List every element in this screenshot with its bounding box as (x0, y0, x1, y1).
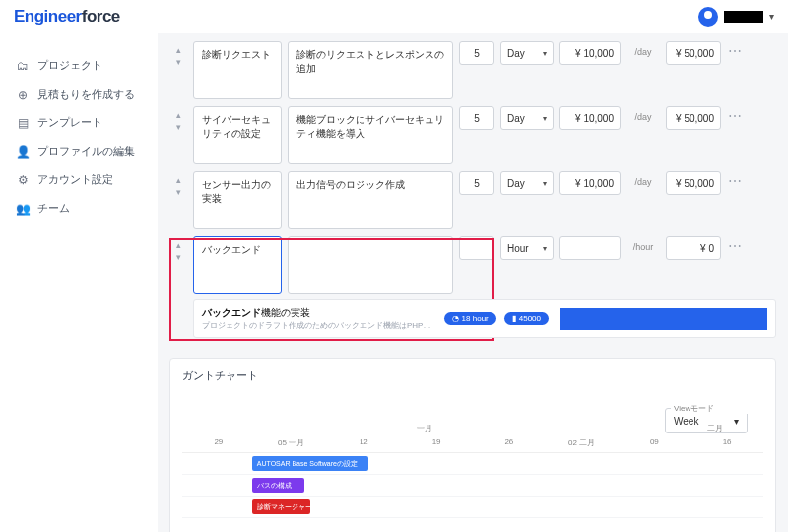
chevron-down-icon: ▾ (769, 11, 774, 22)
qty-input[interactable]: 5 (459, 171, 494, 195)
suggestion-title: バックエンド機能の実装 (202, 306, 436, 320)
gantt-bar[interactable]: 診断マネージャー (252, 499, 310, 514)
sidebar-item-profile[interactable]: 👤プロファイルの編集 (0, 137, 158, 166)
task-desc-input[interactable]: 出力信号のロジック作成 (288, 171, 453, 229)
gantt-title: ガントチャート (182, 368, 763, 383)
drag-handle[interactable]: ▴▾ (169, 236, 187, 262)
row-total: ¥ 50,000 (666, 106, 721, 130)
row-menu-button[interactable]: ⋯ (727, 236, 743, 254)
gantt-bar[interactable]: AUTOSAR Base Softwareの設定 (252, 456, 368, 471)
suggestion-subtitle: プロジェクトのドラフト作成のためのバックエンド機能はPHP… (202, 320, 436, 331)
qty-input[interactable]: 5 (459, 41, 494, 65)
suggestion-hours-chip: ◔18 hour (444, 312, 496, 325)
autocomplete-suggestion[interactable]: バックエンド機能の実装 プロジェクトのドラフト作成のためのバックエンド機能はPH… (193, 299, 776, 338)
task-desc-input[interactable]: 機能ブロックにサイバーセキュリティ機能を導入 (288, 106, 453, 164)
task-desc-input[interactable]: 診断のリクエストとレスポンスの追加 (288, 41, 453, 99)
tag-icon: ▮ (512, 314, 516, 323)
view-mode-control: Viewモード Week▾ (665, 397, 748, 433)
create-icon: ⊕ (16, 88, 30, 101)
row-menu-button[interactable]: ⋯ (727, 106, 743, 124)
avatar-icon (698, 7, 718, 27)
sidebar: 🗂プロジェクト ⊕見積もりを作成する ▤テンプレート 👤プロファイルの編集 ⚙ア… (0, 33, 158, 532)
sidebar-item-label: テンプレート (37, 115, 102, 130)
view-mode-label: Viewモード (671, 403, 754, 414)
price-input[interactable] (559, 236, 621, 260)
task-title-input-active[interactable]: バックエンド (193, 236, 282, 294)
suggestion-accent-bar (560, 308, 767, 330)
task-row: ▴▾ サイバーセキュリティの設定 機能ブロックにサイバーセキュリティ機能を導入 … (169, 106, 776, 164)
unit-select[interactable]: Day▾ (500, 41, 554, 65)
logo-part2: force (82, 7, 120, 26)
qty-input[interactable] (459, 236, 494, 260)
price-input[interactable]: ¥ 10,000 (559, 106, 621, 130)
clock-icon: ◔ (452, 314, 459, 323)
user-menu[interactable]: ▾ (698, 7, 774, 27)
task-row-new: ▴▾ バックエンド Hour▾ /hour ¥ 0 ⋯ (169, 236, 776, 294)
chevron-down-icon: ▾ (543, 114, 547, 123)
team-icon: 👥 (16, 202, 30, 216)
row-menu-button[interactable]: ⋯ (727, 171, 743, 189)
sidebar-item-account[interactable]: ⚙アカウント設定 (0, 166, 158, 194)
sidebar-item-label: アカウント設定 (37, 172, 113, 187)
row-total: ¥ 50,000 (666, 171, 721, 195)
qty-input[interactable]: 5 (459, 106, 494, 130)
task-row: ▴▾ センサー出力の実装 出力信号のロジック作成 5 Day▾ ¥ 10,000… (169, 171, 776, 229)
drag-handle[interactable]: ▴▾ (169, 106, 187, 132)
gantt-section: ガントチャート Viewモード Week▾ 一月二月 2905 一月121926… (169, 358, 776, 532)
task-row: ▴▾ 診断リクエスト 診断のリクエストとレスポンスの追加 5 Day▾ ¥ 10… (169, 41, 776, 99)
row-total: ¥ 50,000 (666, 41, 721, 65)
chevron-down-icon: ▾ (543, 244, 547, 253)
template-icon: ▤ (16, 116, 30, 130)
sidebar-item-templates[interactable]: ▤テンプレート (0, 108, 158, 137)
profile-icon: 👤 (16, 145, 30, 159)
row-menu-button[interactable]: ⋯ (727, 41, 743, 59)
rate-unit-label: /day (626, 171, 660, 187)
gear-icon: ⚙ (16, 173, 30, 187)
sidebar-item-create-estimate[interactable]: ⊕見積もりを作成する (0, 80, 158, 108)
task-title-input[interactable]: サイバーセキュリティの設定 (193, 106, 282, 164)
price-input[interactable]: ¥ 10,000 (559, 171, 621, 195)
chevron-down-icon: ▾ (734, 416, 739, 427)
unit-select[interactable]: Hour▾ (500, 236, 554, 260)
projects-icon: 🗂 (16, 59, 30, 73)
row-total: ¥ 0 (666, 236, 721, 260)
rate-unit-label: /hour (626, 236, 660, 252)
sidebar-item-label: プロジェクト (37, 58, 102, 73)
gantt-row: バスの構成 (182, 475, 763, 497)
sidebar-item-projects[interactable]: 🗂プロジェクト (0, 51, 158, 80)
task-title-input[interactable]: センサー出力の実装 (193, 171, 282, 229)
chevron-down-icon: ▾ (543, 179, 547, 188)
sidebar-item-label: チーム (37, 201, 70, 216)
user-name-redacted (724, 11, 763, 23)
sidebar-item-label: 見積もりを作成する (37, 87, 135, 101)
logo-part1: Engineer (14, 7, 82, 26)
gantt-bar[interactable]: バスの構成 (252, 478, 304, 493)
price-input[interactable]: ¥ 10,000 (559, 41, 621, 65)
gantt-dates: 2905 一月12192602 二月0916 (182, 437, 763, 453)
task-title-input[interactable]: 診断リクエスト (193, 41, 282, 99)
drag-handle[interactable]: ▴▾ (169, 41, 187, 67)
sidebar-item-label: プロファイルの編集 (37, 144, 135, 159)
suggestion-price-chip: ▮45000 (504, 312, 549, 325)
chevron-down-icon: ▾ (543, 49, 547, 58)
rate-unit-label: /day (626, 106, 660, 122)
unit-select[interactable]: Day▾ (500, 171, 554, 195)
top-bar: Engineerforce ▾ (0, 0, 788, 33)
unit-select[interactable]: Day▾ (500, 106, 554, 130)
main-content: ▴▾ 診断リクエスト 診断のリクエストとレスポンスの追加 5 Day▾ ¥ 10… (158, 33, 788, 532)
app-logo: Engineerforce (14, 7, 120, 27)
gantt-chart: 一月二月 2905 一月12192602 二月0916 AUTOSAR Base… (182, 423, 763, 518)
gantt-row: AUTOSAR Base Softwareの設定 (182, 453, 763, 475)
gantt-row: 診断マネージャー (182, 497, 763, 518)
sidebar-item-team[interactable]: 👥チーム (0, 194, 158, 223)
rate-unit-label: /day (626, 41, 660, 57)
drag-handle[interactable]: ▴▾ (169, 171, 187, 197)
task-desc-input[interactable] (288, 236, 453, 294)
